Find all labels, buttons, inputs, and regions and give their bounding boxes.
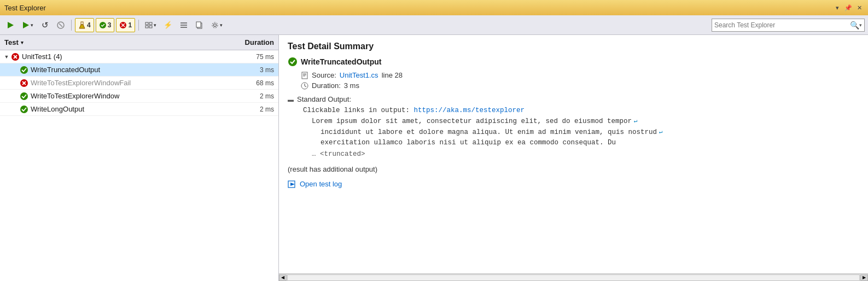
settings-button[interactable]: ▾ <box>208 18 225 32</box>
sep1 <box>71 20 72 31</box>
test-tree: ▼ UnitTest1 (4) 75 ms <box>0 50 278 281</box>
test-row[interactable]: WriteToTestExplorerWindowFail 68 ms <box>0 77 278 90</box>
fail-badge-button[interactable]: 1 <box>116 18 135 32</box>
lightning-icon: ⚡ <box>164 21 172 29</box>
detail-title: Test Detail Summary <box>288 42 859 51</box>
test-row[interactable]: ▼ UnitTest1 (4) 75 ms <box>0 50 278 63</box>
additional-output-note: (result has additional output) <box>288 165 859 173</box>
source-doc-icon <box>301 72 308 79</box>
refresh-button[interactable]: ↺ <box>38 18 52 32</box>
pass-status-icon <box>20 92 28 101</box>
lightning-button[interactable]: ⚡ <box>161 18 175 32</box>
output-line: exercitation ullamco laboris nisi ut ali… <box>303 138 859 148</box>
test-duration: 2 ms <box>229 92 278 100</box>
cancel-icon <box>57 21 65 29</box>
svg-point-19 <box>214 24 217 26</box>
output-text: exercitation ullamco laboris nisi ut ali… <box>321 138 616 148</box>
col-duration-header[interactable]: Duration <box>229 38 278 46</box>
run-all-button[interactable] <box>3 18 18 32</box>
test-row[interactable]: WriteTruncatedOutput 3 ms <box>0 63 278 77</box>
wrap-arrow-icon: ↵ <box>634 116 638 126</box>
fail-icon <box>119 21 127 29</box>
detail-test-name: WriteTruncatedOutput <box>288 57 859 67</box>
flask-badge-button[interactable]: 4 <box>75 18 94 32</box>
clock-icon <box>301 82 308 90</box>
main-area: Test ▾ Duration ▼ UnitTest1 (4) 75 ms <box>0 35 868 281</box>
svg-point-20 <box>212 22 218 28</box>
cancel-button[interactable] <box>54 18 68 32</box>
output-line: Clickable links in output: https://aka.m… <box>303 106 859 116</box>
settings-dropdown-arrow[interactable]: ▾ <box>220 22 223 28</box>
svg-rect-12 <box>145 26 148 28</box>
test-name-label: WriteLongOutput <box>31 105 84 113</box>
detail-source: Source: UnitTest1.cs line 28 <box>301 71 859 79</box>
dropdown-arrow-icon[interactable]: ▾ <box>833 3 842 12</box>
list-icon <box>180 21 188 29</box>
group-icon <box>145 21 153 29</box>
run-button[interactable]: ▾ <box>19 18 36 32</box>
scroll-right-button[interactable]: ▶ <box>860 274 868 281</box>
svg-rect-18 <box>196 22 201 27</box>
open-test-log-button[interactable]: Open test log <box>288 180 859 189</box>
test-row[interactable]: WriteToTestExplorerWindow 2 ms <box>0 90 278 103</box>
title-bar: Test Explorer ▾ 📌 ✕ <box>0 0 868 15</box>
pass-status-icon <box>20 66 28 74</box>
copy-icon <box>196 21 203 29</box>
left-panel: Test ▾ Duration ▼ UnitTest1 (4) 75 ms <box>0 35 279 281</box>
wrap-arrow-icon: ↵ <box>659 127 663 137</box>
output-text: Clickable links in output: https://aka.m… <box>303 106 525 116</box>
group-by-button[interactable]: ▾ <box>142 18 159 32</box>
collapse-icon[interactable]: ▼ <box>2 54 11 60</box>
flask-count: 4 <box>87 21 91 29</box>
bottom-scrollbar: ◀ ▶ <box>279 273 868 281</box>
search-icon[interactable]: 🔍 <box>850 21 859 30</box>
pass-status-icon <box>20 105 28 114</box>
test-name-label: WriteTruncatedOutput <box>31 66 100 74</box>
svg-rect-31 <box>302 72 307 79</box>
search-input[interactable] <box>714 21 850 29</box>
svg-point-29 <box>20 106 28 113</box>
test-duration: 2 ms <box>229 106 278 113</box>
close-icon[interactable]: ✕ <box>855 3 864 12</box>
output-text: incididunt ut labore et dolore magna ali… <box>321 127 657 138</box>
svg-marker-39 <box>290 183 295 186</box>
group-dropdown-arrow[interactable]: ▾ <box>154 22 156 28</box>
svg-rect-10 <box>145 22 148 25</box>
run-dropdown-arrow[interactable]: ▾ <box>31 22 33 28</box>
settings-icon <box>211 21 219 29</box>
test-name-label: WriteToTestExplorerWindowFail <box>31 79 131 87</box>
scroll-left-button[interactable]: ◀ <box>279 274 287 281</box>
svg-line-37 <box>305 86 306 87</box>
pass-badge-button[interactable]: 3 <box>96 18 115 32</box>
output-line: incididunt ut labore et dolore magna ali… <box>303 127 859 138</box>
copy-button[interactable] <box>193 18 207 32</box>
svg-rect-11 <box>149 22 152 25</box>
sep2 <box>138 20 139 31</box>
svg-marker-5 <box>79 25 85 28</box>
svg-marker-0 <box>8 22 14 28</box>
pin-icon[interactable]: 📌 <box>844 3 853 12</box>
output-block: Clickable links in output: https://aka.m… <box>303 106 859 160</box>
output-text: Lorem ipsum dolor sit amet, consectetur … <box>312 116 632 127</box>
col-test-header[interactable]: Test ▾ <box>0 38 229 46</box>
sort-arrow-icon: ▾ <box>21 40 24 45</box>
source-file-link[interactable]: UnitTest1.cs <box>340 71 378 79</box>
svg-line-3 <box>59 24 62 27</box>
refresh-icon: ↺ <box>42 20 49 30</box>
open-log-icon <box>288 180 296 189</box>
list-view-button[interactable] <box>177 18 191 32</box>
test-name-label: WriteToTestExplorerWindow <box>31 92 119 100</box>
test-row[interactable]: WriteLongOutput 2 ms <box>0 103 278 116</box>
svg-marker-1 <box>23 22 29 28</box>
detail-standard-output: ▬ Standard Output: Clickable links in ou… <box>288 95 859 160</box>
fail-count: 1 <box>128 21 132 29</box>
search-dropdown[interactable]: ▾ <box>859 22 862 28</box>
detail-pass-icon <box>288 57 298 67</box>
horizontal-scrollbar[interactable] <box>287 274 860 281</box>
output-collapse-button[interactable]: ▬ <box>288 96 294 103</box>
svg-point-28 <box>20 92 28 100</box>
output-line: Lorem ipsum dolor sit amet, consectetur … <box>303 116 859 127</box>
output-link[interactable]: https://aka.ms/testexplorer <box>414 107 525 114</box>
detail-content: Test Detail Summary WriteTruncatedOutput… <box>279 35 868 273</box>
truncated-note: … <truncated> <box>312 149 859 160</box>
